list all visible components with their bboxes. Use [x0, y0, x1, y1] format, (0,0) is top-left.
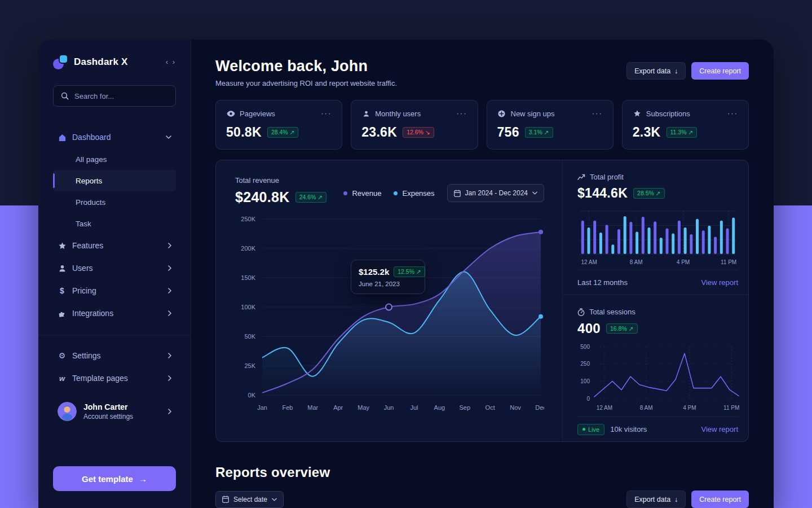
- stopwatch-icon: [577, 308, 585, 316]
- webflow-icon: w: [58, 374, 67, 383]
- trend-up-icon: ↗: [544, 129, 549, 135]
- svg-text:Jun: Jun: [384, 404, 394, 411]
- sidebar-item-pricing[interactable]: $ Pricing: [53, 279, 176, 302]
- total-revenue-section: Total revenue $240.8K 24.6%↗ Revenue: [216, 160, 562, 441]
- chevron-down-icon: [166, 135, 171, 139]
- trend-badge: 12.5%↗: [394, 266, 425, 277]
- chart-legend: Revenue Expenses: [343, 189, 434, 198]
- sidebar-divider: [38, 335, 191, 335]
- sidebar-item-integrations[interactable]: Integrations: [53, 302, 176, 325]
- page-title: Welcome back, John: [215, 58, 397, 75]
- svg-text:50K: 50K: [244, 333, 255, 340]
- gear-icon: ⚙: [58, 351, 67, 360]
- svg-text:250K: 250K: [241, 216, 255, 222]
- stat-card-pageviews: Pageviews ··· 50.8K 28.4%↗: [215, 100, 342, 150]
- svg-text:Mar: Mar: [307, 404, 318, 411]
- card-menu-icon[interactable]: ···: [457, 111, 467, 116]
- user-icon: [58, 264, 67, 273]
- sessions-value: 400: [577, 321, 601, 336]
- puzzle-icon: [58, 309, 67, 318]
- visitors-count: 10k visitors: [610, 425, 647, 433]
- svg-text:500: 500: [580, 344, 590, 350]
- trend-badge: 24.6%↗: [295, 192, 327, 203]
- chevron-right-icon: [168, 375, 171, 381]
- create-report-button[interactable]: Create report: [691, 62, 749, 80]
- calendar-icon: [222, 496, 229, 503]
- sidebar-item-products[interactable]: Products: [53, 191, 176, 213]
- arrow-right-icon: →: [139, 474, 147, 484]
- stat-card-monthly-users: Monthly users ··· 23.6K 12.6%↘: [351, 100, 478, 150]
- sessions-title: Total sessions: [589, 308, 636, 316]
- svg-text:11 PM: 11 PM: [721, 259, 736, 265]
- stat-card-new-sign-ups: New sign ups ··· 756 3.1%↗: [487, 100, 614, 150]
- search-box[interactable]: [53, 85, 176, 107]
- tooltip-value: $125.2k: [359, 267, 389, 277]
- export-data-button[interactable]: Export data ↓: [626, 62, 686, 80]
- chevron-down-icon: [532, 191, 537, 195]
- profile-subtitle: Account settings: [83, 413, 133, 421]
- svg-text:11 PM: 11 PM: [723, 405, 739, 411]
- sidebar-item-features[interactable]: Features: [53, 234, 176, 257]
- revenue-chart[interactable]: 0K25K50K100K150K200K250KJanFebMarAprMayJ…: [235, 213, 544, 417]
- search-input[interactable]: [74, 92, 169, 100]
- tooltip-date: June 21, 2023: [359, 281, 417, 287]
- sidebar-item-all-pages[interactable]: All pages: [53, 148, 176, 170]
- sidebar-item-template-pages[interactable]: w Template pages: [53, 367, 176, 389]
- export-data-button[interactable]: Export data ↓: [626, 491, 686, 508]
- sidebar-item-task[interactable]: Task: [53, 213, 176, 234]
- card-menu-icon[interactable]: ···: [321, 111, 332, 116]
- trend-up-icon: ↗: [290, 129, 295, 135]
- stat-cards: Pageviews ··· 50.8K 28.4%↗ Monthly users…: [215, 100, 749, 150]
- chevron-down-icon: [272, 498, 277, 501]
- sidebar-item-users[interactable]: Users: [53, 257, 176, 279]
- sessions-chart[interactable]: 010025050012 AM8 AM4 PM11 PM: [577, 342, 738, 417]
- stat-label: Monthly users: [375, 110, 421, 118]
- sidebar-item-dashboard[interactable]: Dashboard: [53, 126, 176, 148]
- trend-up-icon: ↗: [689, 129, 694, 135]
- chevron-right-icon: [168, 353, 171, 358]
- svg-text:Nov: Nov: [510, 404, 521, 411]
- stat-card-subscriptions: Subscriptions ··· 2.3K 11.3%↗: [622, 100, 749, 150]
- legend-dot: [343, 191, 347, 195]
- profit-value: $144.6K: [577, 186, 628, 201]
- live-dot-icon: [582, 428, 585, 431]
- legend-revenue[interactable]: Revenue: [343, 189, 381, 198]
- date-range-select[interactable]: Jan 2024 - Dec 2024: [447, 184, 544, 202]
- trend-up-icon: ↗: [317, 194, 323, 200]
- page-header: Welcome back, John Measure your advertis…: [215, 58, 749, 87]
- svg-text:Dec: Dec: [535, 404, 544, 411]
- sidebar-item-reports[interactable]: Reports: [53, 170, 176, 191]
- svg-text:4 PM: 4 PM: [677, 259, 690, 265]
- trend-badge: 28.4%↗: [267, 127, 299, 138]
- sidebar-item-settings[interactable]: ⚙ Settings: [53, 344, 176, 367]
- card-menu-icon[interactable]: ···: [592, 111, 603, 116]
- svg-text:250: 250: [580, 361, 590, 367]
- select-date-button[interactable]: Select date: [215, 491, 284, 508]
- chevron-right-icon: [168, 310, 171, 316]
- get-template-button[interactable]: Get template →: [53, 466, 176, 491]
- account-settings[interactable]: John Carter Account settings: [53, 398, 176, 424]
- view-report-link[interactable]: View report: [701, 425, 738, 433]
- eye-icon: [226, 109, 235, 118]
- live-badge: Live: [577, 424, 604, 435]
- profit-chart[interactable]: 12 AM8 AM4 PM11 PM: [577, 208, 738, 270]
- svg-text:0: 0: [586, 396, 590, 402]
- page-subtitle: Measure your advertising ROI and report …: [215, 79, 397, 87]
- svg-text:Sep: Sep: [459, 404, 470, 411]
- svg-text:100: 100: [580, 378, 590, 384]
- app-title: Dashdark X: [74, 56, 160, 68]
- svg-text:12 AM: 12 AM: [597, 405, 612, 411]
- view-report-link[interactable]: View report: [701, 278, 738, 287]
- svg-text:200K: 200K: [241, 245, 255, 252]
- svg-text:Feb: Feb: [282, 404, 293, 411]
- svg-text:0K: 0K: [248, 392, 256, 398]
- legend-expenses[interactable]: Expenses: [394, 189, 434, 198]
- card-menu-icon[interactable]: ···: [727, 111, 738, 116]
- stat-label: Pageviews: [240, 110, 275, 118]
- svg-text:25K: 25K: [244, 362, 255, 369]
- sidebar-collapse-icon[interactable]: ‹ ›: [166, 58, 176, 66]
- stat-label: New sign ups: [511, 110, 555, 118]
- star-icon: [633, 109, 642, 118]
- legend-dot: [394, 191, 398, 195]
- create-report-button[interactable]: Create report: [691, 491, 749, 508]
